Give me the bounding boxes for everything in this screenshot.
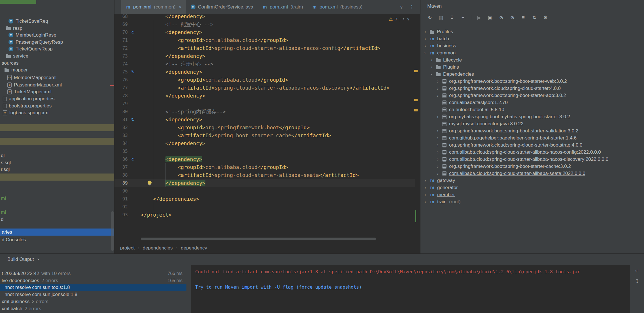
code-line[interactable]: </project> xyxy=(141,211,171,219)
skip-tests-icon[interactable]: ⊗ xyxy=(509,15,515,21)
editor-tab[interactable]: pom.xml(common)× xyxy=(121,0,186,14)
maven-tree-item[interactable]: ›org.mybatis.spring.boot:mybatis-spring-… xyxy=(420,113,644,120)
vcs-change-mark[interactable] xyxy=(415,210,416,222)
chevron-right-icon[interactable]: › xyxy=(436,86,440,91)
project-tree-item[interactable]: TicketSaveReq xyxy=(0,18,114,25)
chevron-right-icon[interactable]: › xyxy=(436,171,440,176)
project-tree-row-highlight[interactable] xyxy=(0,138,114,145)
build-tree-item[interactable]: xml business2 errors xyxy=(0,298,186,305)
close-icon[interactable]: × xyxy=(37,257,40,262)
scroll-to-end-icon[interactable]: ↧ xyxy=(635,278,639,284)
code-line[interactable]: </dependency> xyxy=(141,139,205,147)
code-line[interactable]: <artifactId>spring-cloud-starter-alibaba… xyxy=(141,44,380,52)
chevron-right-icon[interactable]: › xyxy=(436,128,440,134)
maven-tree-item[interactable]: ›gateway xyxy=(420,177,644,184)
offline-mode-icon[interactable]: ⊘ xyxy=(498,15,504,21)
code-line[interactable]: <groupId>org.springframework.boot</group… xyxy=(141,124,310,132)
chevron-right-icon[interactable]: › xyxy=(430,58,433,63)
code-line[interactable]: <dependency> xyxy=(141,155,202,163)
project-tree-item[interactable]: PassengerQueryResp xyxy=(0,39,114,46)
chevron-right-icon[interactable]: › xyxy=(423,29,427,34)
chevron-down-icon[interactable]: › xyxy=(423,51,428,55)
project-tree-item[interactable]: ql xyxy=(0,152,114,159)
editor-tab[interactable]: pom.xml(business) xyxy=(308,0,367,14)
breadcrumb-item[interactable]: project xyxy=(120,245,135,251)
maven-tree-item[interactable]: ›Lifecycle xyxy=(420,56,644,64)
code-line[interactable]: <dependency> xyxy=(141,68,202,76)
warning-stripe-mark[interactable] xyxy=(414,99,418,101)
show-dependencies-icon[interactable]: ≡ xyxy=(520,15,526,20)
chevron-right-icon[interactable]: › xyxy=(436,157,440,162)
inspections-widget[interactable]: ⚠ 7 ∧ ∨ xyxy=(389,16,409,22)
maven-tree-item[interactable]: ›org.springframework.cloud:spring-cloud-… xyxy=(420,85,644,92)
project-tree-item[interactable]: TicketMapper.xml xyxy=(0,88,114,95)
project-tree-item[interactable]: MemberLoginResp xyxy=(0,31,114,39)
maven-tree-item[interactable]: ›mysql:mysql-connector-java:8.0.22 xyxy=(420,120,644,127)
maven-tree-item[interactable]: ›common xyxy=(420,49,644,56)
chevron-right-icon[interactable]: › xyxy=(436,93,440,98)
dependency-gutter-icon[interactable]: ↻ xyxy=(130,117,135,123)
maven-tree-item[interactable]: ›business xyxy=(420,42,644,49)
collapse-expand-icon[interactable]: ⇅ xyxy=(531,15,537,21)
maven-tree-item[interactable]: ›com.alibaba.cloud:spring-cloud-starter-… xyxy=(420,170,644,177)
build-tree-item[interactable]: t 2023/8/20 22:42with 10 errors766 ms xyxy=(0,270,186,277)
chevron-right-icon[interactable]: › xyxy=(423,192,427,197)
project-tree-item[interactable]: d Consoles xyxy=(0,236,114,243)
maven-tree-item[interactable]: ›org.springframework.cloud:spring-cloud-… xyxy=(420,141,644,149)
hidden-tabs-icon[interactable]: ∨ xyxy=(400,5,403,9)
project-tree-item[interactable]: bootstrap.properties xyxy=(0,102,114,109)
maven-tree-item[interactable]: ›generator xyxy=(420,184,644,191)
chevron-right-icon[interactable]: › xyxy=(436,143,440,148)
chevron-right-icon[interactable]: › xyxy=(436,150,440,155)
horizontal-scrollbar[interactable] xyxy=(141,238,376,240)
code-line[interactable]: </dependency> xyxy=(141,52,205,60)
execute-goal-icon[interactable]: ▣ xyxy=(487,15,493,21)
project-scrollbar[interactable] xyxy=(111,211,114,251)
build-tree-item[interactable]: nnot resolve com.sun:tools:1.8 xyxy=(0,284,186,291)
code-line[interactable]: <dependency> xyxy=(141,28,202,36)
chevron-right-icon[interactable]: › xyxy=(423,199,427,204)
download-sources-icon[interactable]: ↧ xyxy=(449,15,455,21)
maven-tree-item[interactable]: ›Plugins xyxy=(420,64,644,71)
chevron-right-icon[interactable]: › xyxy=(436,114,440,119)
project-tree-item[interactable]: d xyxy=(0,216,114,223)
chevron-down-icon[interactable]: › xyxy=(429,72,434,76)
breadcrumb-item[interactable]: dependencies xyxy=(143,245,173,251)
code-line[interactable]: </dependency> xyxy=(141,92,205,100)
prev-warning-icon[interactable]: ∧ xyxy=(402,17,405,21)
editor-tab[interactable]: pom.xml(train) xyxy=(258,0,308,14)
project-tree-row-highlight[interactable] xyxy=(0,174,114,181)
maven-tree-item[interactable]: ›org.springframework.boot:spring-boot-st… xyxy=(420,78,644,85)
maven-tree-item[interactable]: ›cn.hutool:hutool-all:5.8.10 xyxy=(420,106,644,113)
code-line[interactable]: <groupId>com.alibaba.cloud</groupId> xyxy=(141,36,288,44)
maven-tree-item[interactable]: ›com.alibaba.cloud:spring-cloud-starter-… xyxy=(420,156,644,163)
add-maven-project-icon[interactable]: + xyxy=(460,15,466,20)
project-tree-item[interactable]: aries xyxy=(0,229,114,236)
chevron-right-icon[interactable]: › xyxy=(436,136,440,141)
breadcrumb-item[interactable]: dependency xyxy=(181,245,207,251)
project-tree-item[interactable]: s.sql xyxy=(0,159,114,166)
chevron-right-icon[interactable]: › xyxy=(430,65,433,70)
maven-tree-item[interactable]: ›member xyxy=(420,191,644,198)
next-warning-icon[interactable]: ∨ xyxy=(407,17,409,21)
project-tree-item[interactable]: sources xyxy=(0,60,114,67)
warning-stripe-mark[interactable] xyxy=(414,109,418,111)
project-tree-item[interactable]: TicketQueryResp xyxy=(0,45,114,52)
reimport-icon[interactable]: ↻ xyxy=(427,15,433,21)
project-tree-item[interactable]: r.sql xyxy=(0,166,114,173)
maven-tree-item[interactable]: ›org.springframework.boot:spring-boot-st… xyxy=(420,163,644,170)
maven-tree-item[interactable]: ›Dependencies xyxy=(420,71,644,78)
code-line[interactable]: <dependency> xyxy=(141,116,202,124)
build-tree-item[interactable]: xml batch2 errors xyxy=(0,305,186,312)
code-line[interactable]: <!--spring内置缓存--> xyxy=(141,108,226,116)
generate-sources-icon[interactable]: ▤ xyxy=(438,15,444,21)
dependency-gutter-icon[interactable]: ↻ xyxy=(130,156,135,162)
code-line[interactable]: <artifactId>spring-boot-starter-cache</a… xyxy=(141,132,331,139)
maven-tree-item[interactable]: ›org.springframework.boot:spring-boot-st… xyxy=(420,92,644,99)
chevron-right-icon[interactable]: › xyxy=(436,164,440,169)
project-tree-item[interactable]: ml xyxy=(0,195,114,202)
project-tree-item[interactable]: service xyxy=(0,52,114,60)
code-line[interactable]: <!-- 注册中心 --> xyxy=(141,60,213,68)
chevron-right-icon[interactable]: › xyxy=(436,79,440,84)
code-line[interactable]: <groupId>com.alibaba.cloud</groupId> xyxy=(141,76,288,84)
